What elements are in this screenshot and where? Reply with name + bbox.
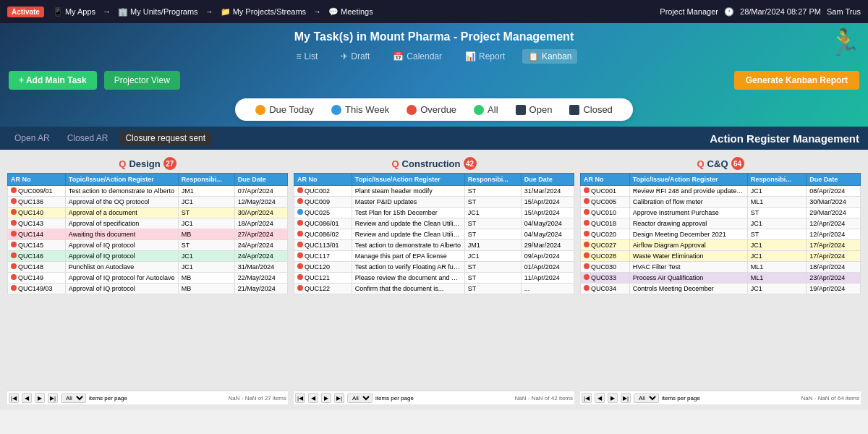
row-date-1-1: 15/Apr/2024 xyxy=(521,197,574,208)
closed-ar-button[interactable]: Closed AR xyxy=(61,131,114,145)
table-row[interactable]: QUC020Design Meeting December 2021ST12/A… xyxy=(581,229,861,240)
filter-overdue[interactable]: Overdue xyxy=(398,101,465,118)
col-qce-header-2[interactable]: Responsibi... xyxy=(747,174,807,186)
table-row[interactable]: QUC001Review RFI 248 and provide update … xyxy=(581,186,861,197)
row-topic-1-2: Test Plan for 15th December xyxy=(352,208,464,218)
table-row[interactable]: QUC113/01Test action to demonstrate to A… xyxy=(294,240,574,251)
row-topic-2-9: Controls Meeting December xyxy=(629,284,747,294)
table-row[interactable]: QUC144Awaiting this documentMB27/Apr/202… xyxy=(8,229,288,240)
closure-request-button[interactable]: Closure request sent xyxy=(119,131,211,145)
pagination-first-qce[interactable]: |◀ xyxy=(582,393,592,403)
table-row[interactable]: QUC086/01Review and update the Clean Uti… xyxy=(294,218,574,229)
filter-closed[interactable]: Closed xyxy=(561,101,621,118)
col-qce-header-3[interactable]: Due Date xyxy=(807,174,861,186)
nav-my-units[interactable]: 🏢 My Units/Programs xyxy=(118,7,198,17)
table-row[interactable]: QUC027Airflow Diagram ApprovalJC117/Apr/… xyxy=(581,240,861,251)
table-row[interactable]: QUC121Please review the document and pro… xyxy=(294,273,574,284)
row-topic-0-8: Approval of IQ protocol for Autoclave xyxy=(65,273,178,284)
row-ar-no-1-9: QUC122 xyxy=(294,284,352,294)
table-row[interactable]: QUC005Calibration of flow meterML130/Mar… xyxy=(581,197,861,208)
nav-links: 📱 My Apps → 🏢 My Units/Programs → 📁 My P… xyxy=(53,7,373,17)
row-date-2-9: 19/Apr/2024 xyxy=(807,284,861,294)
pagination-prev-qce[interactable]: ◀ xyxy=(595,393,605,403)
table-row[interactable]: QUC117Manage this part of EPA licenseJC1… xyxy=(294,251,574,262)
row-resp-0-4: MB xyxy=(178,229,234,240)
row-ar-no-1-2: QUC025 xyxy=(294,208,352,218)
row-topic-2-5: Airflow Diagram Approval xyxy=(629,240,747,251)
pagination-prev-construction[interactable]: ◀ xyxy=(308,393,318,403)
table-row[interactable]: QUC149Approval of IQ protocol for Autocl… xyxy=(8,273,288,284)
row-ar-no-0-1: QUC136 xyxy=(8,197,66,208)
pagination-next-construction[interactable]: ▶ xyxy=(321,393,331,403)
row-date-2-3: 12/Apr/2024 xyxy=(807,218,861,229)
table-row[interactable]: QUC028Waste Water EliminationJC117/Apr/2… xyxy=(581,251,861,262)
row-topic-2-3: Reactor drawing approval xyxy=(629,218,747,229)
nav-my-apps[interactable]: 📱 My Apps xyxy=(53,7,95,17)
pagination-next-qce[interactable]: ▶ xyxy=(608,393,618,403)
pagination-first-design[interactable]: |◀ xyxy=(9,393,19,403)
table-row[interactable]: QUC122Confirm that the document is...ST.… xyxy=(294,284,574,294)
col-design-header-3[interactable]: Due Date xyxy=(234,174,287,186)
nav-my-projects[interactable]: 📁 My Projects/Streams xyxy=(221,7,306,17)
this-week-dot xyxy=(331,105,341,115)
table-row[interactable]: QUC034Controls Meeting DecemberJC119/Apr… xyxy=(581,284,861,294)
filter-open[interactable]: Open xyxy=(507,101,561,118)
col-design-header-1[interactable]: Topic/Issue/Action Register xyxy=(65,174,178,186)
row-resp-0-0: JM1 xyxy=(178,186,234,197)
add-task-button[interactable]: + Add Main Task xyxy=(9,71,97,90)
items-per-page-design[interactable]: All1020 xyxy=(61,393,86,403)
col-construction-header-0[interactable]: AR No xyxy=(294,174,352,186)
table-row[interactable]: QUC018Reactor drawing approvalJC112/Apr/… xyxy=(581,218,861,229)
table-row[interactable]: QUC009Master P&ID updatesST15/Apr/2024 xyxy=(294,197,574,208)
table-row[interactable]: QUC146Approval of IQ protocolJC124/Apr/2… xyxy=(8,251,288,262)
col-design-header-2[interactable]: Responsibi... xyxy=(178,174,234,186)
pagination-last-qce[interactable]: ▶| xyxy=(621,393,631,403)
table-row[interactable]: QUC025Test Plan for 15th DecemberJC115/A… xyxy=(294,208,574,218)
col-design-header-0[interactable]: AR No xyxy=(8,174,66,186)
pagination-last-construction[interactable]: ▶| xyxy=(334,393,344,403)
table-row[interactable]: QUC010Approve Instrument PurchaseST29/Ma… xyxy=(581,208,861,218)
table-row[interactable]: QUC148Punchlist on AutoclaveJC131/Mar/20… xyxy=(8,262,288,273)
pagination-next-design[interactable]: ▶ xyxy=(35,393,45,403)
row-ar-no-2-3: QUC018 xyxy=(581,218,630,229)
filter-due-today[interactable]: Due Today xyxy=(247,101,323,118)
tab-list[interactable]: ≡ List xyxy=(291,49,324,64)
tab-report[interactable]: 📊 Report xyxy=(459,49,511,64)
pagination-prev-design[interactable]: ◀ xyxy=(22,393,32,403)
tab-draft[interactable]: ✈ Draft xyxy=(335,49,375,64)
table-row[interactable]: QUC033Process Air QualificationML123/Apr… xyxy=(581,273,861,284)
pagination-last-design[interactable]: ▶| xyxy=(48,393,58,403)
table-row[interactable]: QUC149/03Approval of IQ protocolMB21/May… xyxy=(8,284,288,294)
col-construction-header-2[interactable]: Responsibi... xyxy=(464,174,521,186)
row-topic-1-7: Test action to verify Floating AR functi… xyxy=(352,262,464,273)
table-row[interactable]: QUC143Approval of specificationJC118/Apr… xyxy=(8,218,288,229)
row-ar-no-1-3: QUC086/01 xyxy=(294,218,352,229)
row-date-0-7: 31/Mar/2024 xyxy=(234,262,287,273)
table-row[interactable]: QUC009/01Test action to demonstrate to A… xyxy=(8,186,288,197)
table-row[interactable]: QUC120Test action to verify Floating AR … xyxy=(294,262,574,273)
open-ar-button[interactable]: Open AR xyxy=(9,131,56,145)
filter-this-week[interactable]: This Week xyxy=(323,101,398,118)
items-per-page-construction[interactable]: All1020 xyxy=(347,393,373,403)
nav-meetings[interactable]: 💬 Meetings xyxy=(328,7,373,17)
overdue-dot xyxy=(407,105,417,115)
col-construction-header-1[interactable]: Topic/Issue/Action Register xyxy=(352,174,464,186)
table-row[interactable]: QUC145Approval of IQ protocolST24/Apr/20… xyxy=(8,240,288,251)
generate-kanban-report-button[interactable]: Generate Kanban Report xyxy=(734,71,859,90)
page-title: My Task(s) in Mount Pharma - Project Man… xyxy=(0,27,868,46)
table-row[interactable]: QUC002Plant steam header modifyST31/Mar/… xyxy=(294,186,574,197)
col-construction-header-3[interactable]: Due Date xyxy=(521,174,574,186)
filter-all[interactable]: All xyxy=(465,101,506,118)
projector-view-button[interactable]: Projector View xyxy=(104,71,180,90)
items-per-page-qce[interactable]: All1020 xyxy=(634,393,659,403)
table-row[interactable]: QUC086/02Review and update the Clean Uti… xyxy=(294,229,574,240)
table-row[interactable]: QUC030HVAC Filter TestML118/Apr/2024 xyxy=(581,262,861,273)
pagination-first-construction[interactable]: |◀ xyxy=(295,393,305,403)
col-qce-header-1[interactable]: Topic/Issue/Action Register xyxy=(629,174,747,186)
tab-kanban[interactable]: 📋 Kanban xyxy=(522,49,577,64)
table-row[interactable]: QUC140Approval of a documentST30/Apr/202… xyxy=(8,208,288,218)
col-qce-header-0[interactable]: AR No xyxy=(581,174,630,186)
tab-calendar[interactable]: 📅 Calendar xyxy=(387,49,448,64)
table-row[interactable]: QUC136Approval of the OQ protocolJC112/M… xyxy=(8,197,288,208)
row-ar-no-0-2: QUC140 xyxy=(8,208,66,218)
